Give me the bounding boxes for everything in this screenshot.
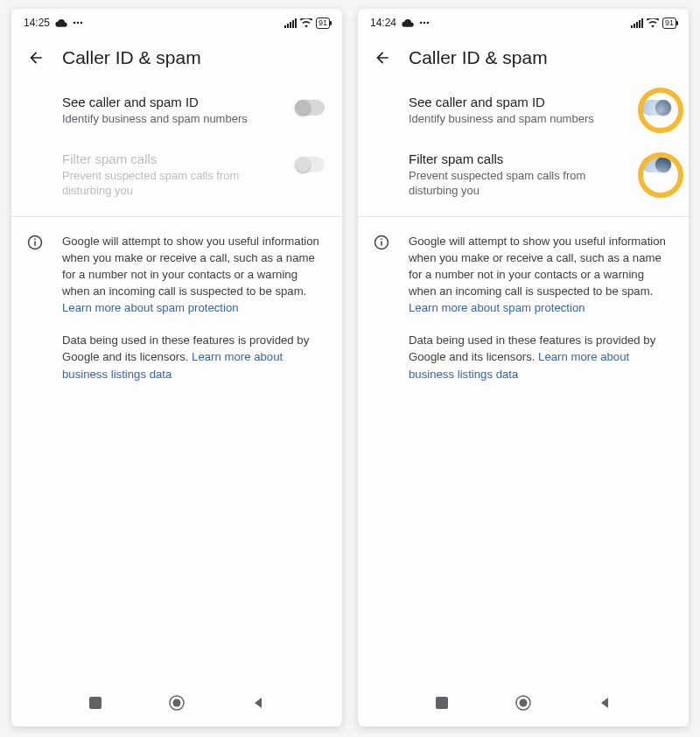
info-section: Google will attempt to show you useful i…: [11, 217, 342, 398]
info-paragraph-1: Google will attempt to show you useful i…: [62, 233, 325, 317]
svg-rect-23: [381, 241, 382, 245]
svg-rect-10: [34, 238, 36, 240]
settings-list: See caller and spam ID Identify business…: [11, 75, 342, 216]
svg-rect-20: [639, 20, 640, 28]
back-button[interactable]: [372, 47, 393, 68]
setting-see-caller-id[interactable]: See caller and spam ID Identify business…: [11, 82, 342, 139]
setting-filter-spam[interactable]: Filter spam calls Prevent suspected spam…: [358, 139, 689, 211]
status-bar: 14:24 91: [358, 9, 689, 33]
nav-back-button[interactable]: [596, 694, 613, 712]
svg-point-0: [74, 22, 76, 25]
info-icon: [374, 235, 393, 398]
svg-point-16: [427, 22, 430, 25]
svg-rect-5: [290, 22, 291, 28]
setting-title: See caller and spam ID: [62, 95, 283, 109]
svg-point-27: [519, 699, 527, 707]
svg-point-15: [424, 22, 426, 25]
phone-screen-left: 14:25 91 Caller ID & spam See caller and…: [11, 9, 342, 726]
svg-rect-9: [34, 241, 36, 245]
svg-rect-4: [287, 24, 289, 28]
svg-rect-25: [436, 697, 448, 709]
info-paragraph-2: Data being used in these features is pro…: [409, 332, 671, 382]
nav-recent-button[interactable]: [433, 694, 451, 712]
cloud-icon: [402, 18, 414, 27]
setting-subtitle: Prevent suspected spam calls from distur…: [62, 168, 283, 199]
app-bar: Caller ID & spam: [358, 33, 689, 75]
info-paragraph-1: Google will attempt to show you useful i…: [409, 233, 671, 317]
app-bar: Caller ID & spam: [11, 33, 342, 75]
svg-rect-7: [295, 18, 297, 28]
info-icon: [27, 235, 46, 398]
setting-subtitle: Identify business and spam numbers: [409, 111, 629, 127]
info-paragraph-2: Data being used in these features is pro…: [62, 332, 325, 382]
svg-rect-6: [292, 20, 294, 28]
svg-point-14: [420, 22, 423, 25]
setting-title: See caller and spam ID: [409, 95, 629, 109]
svg-rect-11: [89, 697, 102, 709]
setting-subtitle: Prevent suspected spam calls from distur…: [409, 168, 629, 199]
toggle-filter-spam[interactable]: [641, 157, 671, 172]
setting-title: Filter spam calls: [62, 151, 283, 166]
svg-rect-24: [381, 238, 382, 240]
svg-rect-17: [631, 25, 633, 28]
svg-point-1: [77, 22, 80, 25]
nav-back-button[interactable]: [249, 694, 267, 712]
svg-rect-3: [284, 25, 286, 28]
setting-subtitle: Identify business and spam numbers: [62, 111, 283, 127]
svg-rect-21: [641, 18, 643, 28]
nav-home-button[interactable]: [168, 694, 186, 712]
link-spam-protection[interactable]: Learn more about spam protection: [62, 301, 239, 314]
wifi-icon: [300, 18, 312, 28]
toggle-filter-spam: [295, 157, 325, 172]
phone-screen-right: 14:24 91 Caller ID & spam See caller and…: [358, 9, 689, 726]
svg-point-2: [80, 22, 83, 25]
signal-icon: [284, 18, 297, 28]
nav-home-button[interactable]: [514, 694, 532, 712]
setting-title: Filter spam calls: [409, 151, 629, 166]
svg-rect-18: [634, 24, 635, 28]
page-title: Caller ID & spam: [409, 47, 548, 68]
battery-indicator: 91: [662, 18, 676, 29]
status-time: 14:24: [370, 17, 396, 29]
toggle-see-caller-id[interactable]: [641, 100, 671, 116]
more-dots-icon: [73, 21, 83, 25]
info-section: Google will attempt to show you useful i…: [358, 217, 689, 398]
nav-recent-button[interactable]: [87, 694, 104, 712]
status-bar: 14:25 91: [11, 9, 342, 33]
setting-see-caller-id[interactable]: See caller and spam ID Identify business…: [358, 82, 689, 139]
battery-indicator: 91: [316, 18, 330, 29]
link-spam-protection[interactable]: Learn more about spam protection: [409, 301, 585, 314]
wifi-icon: [647, 18, 659, 28]
nav-bar: [358, 684, 689, 726]
status-time: 14:25: [24, 17, 50, 29]
svg-point-13: [172, 699, 180, 707]
settings-list: See caller and spam ID Identify business…: [358, 75, 689, 216]
setting-filter-spam: Filter spam calls Prevent suspected spam…: [11, 139, 342, 211]
svg-rect-19: [636, 22, 638, 28]
page-title: Caller ID & spam: [62, 47, 201, 68]
nav-bar: [11, 684, 342, 726]
back-button[interactable]: [25, 47, 46, 68]
toggle-see-caller-id[interactable]: [295, 100, 325, 116]
more-dots-icon: [419, 21, 430, 25]
cloud-icon: [55, 18, 67, 27]
signal-icon: [631, 18, 643, 28]
